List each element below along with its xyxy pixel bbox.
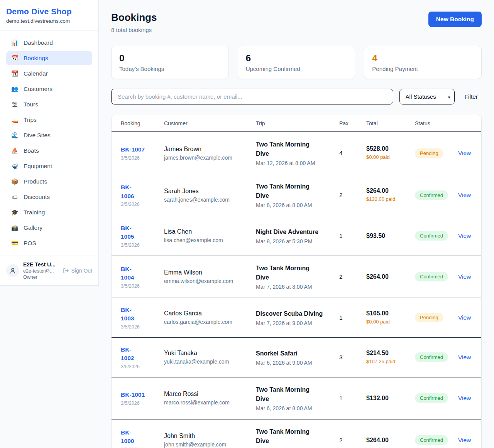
paid-amount: $0.00 paid bbox=[366, 154, 397, 161]
sidebar-item-calendar[interactable]: 📆Calendar bbox=[6, 67, 92, 81]
sidebar-item-label: Trips bbox=[24, 116, 37, 123]
trip-datetime: Mar 6, 2026 at 9:00 AM bbox=[256, 360, 327, 366]
total-cell: $214.50 $107.25 paid bbox=[357, 337, 406, 377]
view-link[interactable]: View bbox=[458, 437, 471, 443]
status-select-wrap: All Statuses ▾ bbox=[399, 89, 455, 104]
sidebar-item-customers[interactable]: 👥Customers bbox=[6, 82, 92, 96]
sidebar-item-label: Customers bbox=[24, 86, 52, 93]
view-link[interactable]: View bbox=[458, 354, 471, 360]
main-content: Bookings 8 total bookings New Booking 0T… bbox=[99, 0, 494, 448]
booking-date: 3/5/2026 bbox=[121, 364, 152, 369]
stat-label: Today's Bookings bbox=[119, 66, 221, 72]
sidebar-item-training[interactable]: 🎓Training bbox=[6, 205, 92, 219]
total-amount: $214.50 bbox=[366, 350, 403, 357]
sidebar-item-boats[interactable]: ⛵Boats bbox=[6, 144, 92, 158]
view-link[interactable]: View bbox=[458, 150, 471, 156]
customer-name: Carlos Garcia bbox=[164, 310, 244, 317]
customer-cell: Sarah Jones sarah.jones@example.com bbox=[155, 174, 247, 216]
brand-domain: demo.test.divestreams.com bbox=[6, 18, 92, 24]
sidebar-item-dashboard[interactable]: 📊Dashboard bbox=[6, 36, 92, 50]
sign-out-button[interactable]: Sign Out bbox=[63, 268, 92, 274]
paid-amount: $0.00 paid bbox=[366, 318, 397, 325]
sidebar-item-products[interactable]: 📦Products bbox=[6, 175, 92, 189]
bookings-table: BookingCustomerTripPaxTotalStatus BK-100… bbox=[112, 115, 482, 448]
sidebar-item-pos[interactable]: 💳POS bbox=[6, 236, 92, 250]
page-title: Bookings bbox=[111, 12, 157, 24]
table-body: BK-1007 3/5/2026 James Brown james.brown… bbox=[112, 132, 482, 448]
sidebar-item-trips[interactable]: 🚤Trips bbox=[6, 113, 92, 127]
booking-id-link[interactable]: BK-1002 bbox=[121, 346, 134, 361]
people-icon: 👥 bbox=[11, 86, 19, 93]
sidebar-item-bookings[interactable]: 📅Bookings bbox=[6, 51, 92, 65]
customer-cell: James Brown james.brown@example.com bbox=[155, 132, 247, 174]
brand-block: Demo Dive Shop demo.test.divestreams.com bbox=[0, 0, 98, 30]
column-header-actions bbox=[449, 115, 482, 132]
sidebar-item-dive-sites[interactable]: 🌊Dive Sites bbox=[6, 128, 92, 142]
booking-date: 3/5/2026 bbox=[121, 401, 152, 406]
camera-icon: 📸 bbox=[11, 224, 19, 231]
sidebar-item-label: Calendar bbox=[24, 70, 48, 77]
view-cell: View bbox=[449, 174, 482, 216]
sidebar-item-tours[interactable]: 🏝Tours bbox=[6, 98, 92, 111]
view-link[interactable]: View bbox=[458, 314, 471, 321]
sidebar-item-label: Boats bbox=[24, 147, 39, 154]
trip-datetime: Mar 12, 2026 at 8:00 AM bbox=[256, 160, 327, 166]
island-icon: 🏝 bbox=[11, 101, 19, 108]
booking-id-link[interactable]: BK-1006 bbox=[121, 184, 134, 199]
booking-id-link[interactable]: BK-1007 bbox=[121, 146, 145, 153]
booking-date: 3/5/2026 bbox=[121, 243, 152, 248]
view-link[interactable]: View bbox=[458, 192, 471, 198]
status-badge: Confirmed bbox=[415, 272, 448, 281]
view-link[interactable]: View bbox=[458, 395, 471, 401]
pax-count: 1 bbox=[339, 314, 343, 321]
status-badge: Confirmed bbox=[415, 352, 448, 362]
total-cell: $264.00 bbox=[357, 419, 406, 448]
booking-id-link[interactable]: BK-1000 bbox=[121, 429, 134, 444]
trip-cell: Night Dive Adventure Mar 8, 2026 at 5:30… bbox=[247, 216, 330, 256]
status-filter-select[interactable]: All Statuses bbox=[399, 89, 455, 104]
sailboat-icon: ⛵ bbox=[11, 147, 19, 154]
pax-count: 3 bbox=[339, 354, 343, 360]
sidebar-item-gallery[interactable]: 📸Gallery bbox=[6, 221, 92, 235]
pax-cell: 1 bbox=[330, 377, 357, 419]
new-booking-button[interactable]: New Booking bbox=[428, 12, 482, 27]
table-header-row: BookingCustomerTripPaxTotalStatus bbox=[112, 115, 482, 132]
view-link[interactable]: View bbox=[458, 273, 471, 280]
pax-count: 4 bbox=[339, 150, 343, 156]
customer-cell: Carlos Garcia carlos.garcia@example.com bbox=[155, 298, 247, 337]
filter-button[interactable]: Filter bbox=[461, 91, 482, 103]
sidebar-item-label: Tours bbox=[24, 101, 38, 108]
status-cell: Pending bbox=[406, 298, 449, 337]
customer-email: yuki.tanaka@example.com bbox=[164, 359, 244, 365]
trip-name: Two Tank Morning Dive bbox=[256, 427, 324, 446]
stat-value: 0 bbox=[119, 53, 221, 64]
customer-cell: Emma Wilson emma.wilson@example.com bbox=[155, 256, 247, 298]
status-badge: Confirmed bbox=[415, 393, 448, 403]
booking-id-link[interactable]: BK-1005 bbox=[121, 225, 134, 240]
booking-date: 3/5/2026 bbox=[121, 202, 152, 207]
trip-datetime: Mar 7, 2026 at 9:00 AM bbox=[256, 320, 327, 326]
search-input[interactable] bbox=[111, 89, 393, 104]
user-name: E2E Test U... bbox=[23, 261, 59, 268]
status-cell: Pending bbox=[406, 132, 449, 174]
avatar bbox=[6, 264, 19, 277]
credit-card-icon: 💳 bbox=[11, 240, 19, 247]
graduation-cap-icon: 🎓 bbox=[11, 209, 19, 216]
status-badge: Pending bbox=[415, 313, 443, 322]
user-box: E2E Test U... e2e-tester@... Owner Sign … bbox=[0, 256, 98, 285]
sidebar-item-discounts[interactable]: 🏷Discounts bbox=[6, 190, 92, 204]
total-amount: $264.00 bbox=[366, 187, 403, 194]
customer-email: carlos.garcia@example.com bbox=[164, 319, 244, 325]
booking-id-link[interactable]: BK-1003 bbox=[121, 307, 134, 322]
stat-value: 6 bbox=[246, 53, 347, 64]
booking-id-link[interactable]: BK-1001 bbox=[121, 391, 145, 398]
brand-name: Demo Dive Shop bbox=[6, 7, 92, 16]
table-row: BK-1006 3/5/2026 Sarah Jones sarah.jones… bbox=[112, 174, 482, 216]
paid-amount: $107.25 paid bbox=[366, 358, 397, 365]
bookings-table-card: BookingCustomerTripPaxTotalStatus BK-100… bbox=[111, 115, 482, 448]
view-link[interactable]: View bbox=[458, 232, 471, 239]
stat-value: 4 bbox=[372, 53, 474, 64]
view-cell: View bbox=[449, 256, 482, 298]
sidebar-item-equipment[interactable]: 🤿Equipment bbox=[6, 159, 92, 173]
booking-id-link[interactable]: BK-1004 bbox=[121, 266, 134, 281]
